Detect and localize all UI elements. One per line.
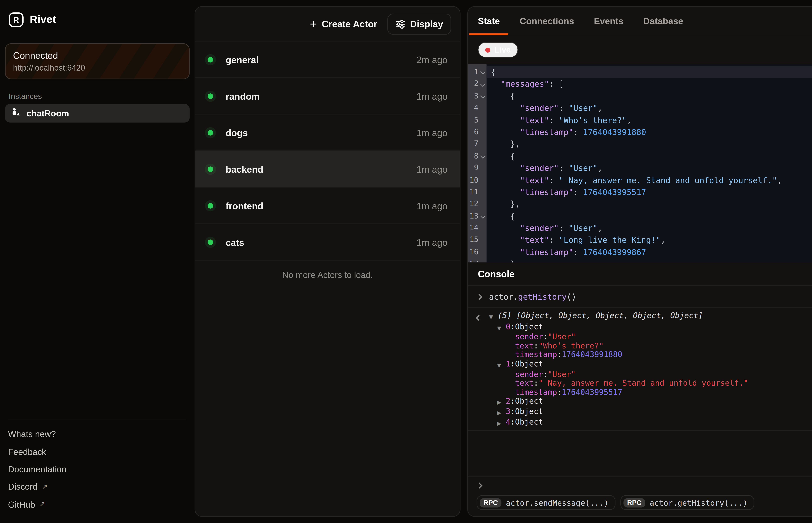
console-line: timestamp: 1764043991880 (477, 350, 812, 360)
tab-state[interactable]: State (468, 7, 509, 35)
actor-row[interactable]: frontend1m ago (195, 187, 460, 224)
rivet-inspector-app: R Rivet Connected http://localhost:6420 … (0, 0, 812, 523)
gutter-line-number: 3 (468, 90, 486, 102)
tab-database[interactable]: Database (633, 7, 693, 35)
console-line[interactable]: ▶2: Object (477, 397, 812, 407)
sidebar-link-feedback[interactable]: Feedback (8, 443, 186, 460)
console-line[interactable]: ▶4: Object (477, 418, 812, 428)
gutter-line-number: 14 (468, 222, 486, 234)
connection-status: Connected (13, 50, 182, 61)
gutter-line-number: 13 (468, 210, 486, 222)
online-dot-icon (208, 130, 213, 135)
fold-chevron-icon[interactable] (480, 214, 485, 219)
editor-line: 4 "sender": "User", (468, 102, 812, 114)
sidebar-link-whats-new-[interactable]: Whats new? (8, 425, 186, 443)
console-line: timestamp: 1764043995517 (477, 388, 812, 397)
tab-connections[interactable]: Connections (510, 7, 584, 35)
actor-last-active: 2m ago (416, 54, 447, 65)
editor-line: 7 }, (468, 138, 812, 150)
sidebar-footer-links: Whats new?FeedbackDocumentationDiscord↗G… (8, 425, 186, 513)
editor-line: 6 "timestamp": 1764043991880 (468, 126, 812, 138)
rpc-suggestion-button[interactable]: RPCactor.getHistory(...) (620, 495, 754, 510)
editor-line: 14 "sender": "User", (468, 222, 812, 234)
state-json-editor[interactable]: 1{2 "messages": [3 {4 "sender": "User",5… (468, 65, 812, 263)
tab-events[interactable]: Events (584, 7, 633, 35)
sidebar: R Rivet Connected http://localhost:6420 … (0, 0, 194, 523)
console-line: sender: "User" (477, 370, 812, 379)
display-button[interactable]: Display (387, 13, 451, 34)
sidebar-link-documentation[interactable]: Documentation (8, 461, 186, 478)
gutter-line-number: 4 (468, 102, 486, 114)
plus-icon: + (310, 18, 317, 30)
actors-icon (11, 107, 21, 120)
console-output: ▼(5) [Object, Object, Object, Object, Ob… (468, 308, 812, 431)
gutter-line-number: 15 (468, 234, 486, 246)
actor-name: dogs (226, 127, 248, 138)
display-label: Display (410, 18, 443, 29)
fold-chevron-icon[interactable] (480, 154, 485, 159)
gutter-line-number: 2 (468, 78, 486, 90)
sidebar-item-instance[interactable]: chatRoom (5, 104, 190, 123)
actor-last-active: 1m ago (416, 200, 447, 211)
console-command-row: actor.getHistory() (468, 286, 812, 308)
editor-line: 10 "text": " Nay, answer me. Stand and u… (468, 174, 812, 186)
instance-label: chatRoom (27, 108, 69, 118)
gutter-line-number: 8 (468, 150, 486, 162)
editor-line: 13 { (468, 210, 812, 222)
editor-line: 2 "messages": [ (468, 78, 812, 90)
gutter-line-number: 6 (468, 126, 486, 138)
collapse-triangle-icon[interactable]: ▼ (489, 311, 498, 322)
console-line[interactable]: ▼0: Object (477, 322, 812, 332)
console-line: text: "Who’s there?" (477, 341, 812, 350)
rpc-badge: RPC (480, 498, 501, 507)
expand-triangle-icon[interactable]: ▶ (497, 397, 506, 407)
console-header[interactable]: Console (468, 263, 812, 286)
online-dot-icon (208, 203, 213, 208)
collapse-triangle-icon[interactable]: ▼ (497, 322, 506, 332)
sliders-icon (395, 19, 405, 29)
console-line: text: " Nay, answer me. Stand and unfold… (477, 379, 812, 388)
actor-row[interactable]: random1m ago (195, 78, 460, 114)
gutter-line-number: 12 (468, 198, 486, 210)
live-toggle[interactable]: Live (478, 42, 518, 57)
rpc-method-signature: actor.sendMessage(...) (506, 498, 608, 507)
gutter-line-number: 1 (468, 66, 486, 78)
create-actor-button[interactable]: + Create Actor (310, 18, 377, 30)
expand-triangle-icon[interactable]: ▶ (497, 418, 506, 428)
fold-chevron-icon[interactable] (480, 93, 485, 99)
actor-row[interactable]: cats1m ago (195, 224, 460, 260)
inspector-tabs: StateConnectionsEventsDatabase (468, 7, 693, 35)
editor-line: 9 "sender": "User", (468, 162, 812, 174)
actor-row[interactable]: backend1m ago (195, 151, 460, 187)
rivet-logo: R Rivet (8, 12, 56, 27)
sidebar-link-github[interactable]: GitHub↗ (8, 495, 186, 513)
live-label: Live (495, 45, 511, 54)
console-line[interactable]: ▶3: Object (477, 407, 812, 417)
console-command: actor.getHistory() (489, 292, 576, 301)
rpc-suggestion-button[interactable]: RPCactor.sendMessage(...) (477, 495, 615, 510)
gutter-line-number: 5 (468, 114, 486, 126)
fold-chevron-icon[interactable] (480, 82, 485, 87)
console-line: sender: "User" (477, 332, 812, 342)
state-toolbar: Live (468, 35, 812, 64)
actor-last-active: 1m ago (416, 127, 447, 138)
connection-status-card: Connected http://localhost:6420 (5, 43, 190, 79)
instances-list: chatRoom (5, 104, 190, 123)
console-input[interactable] (468, 476, 812, 493)
editor-line: 3 { (468, 90, 812, 102)
editor-line: 15 "text": "Long live the King!", (468, 234, 812, 246)
rpc-badge: RPC (623, 498, 645, 507)
console-line[interactable]: ▼(5) [Object, Object, Object, Object, Ob… (477, 311, 812, 322)
console-line[interactable]: ▼1: Object (477, 360, 812, 370)
expand-triangle-icon[interactable]: ▶ (497, 407, 506, 417)
inspector-panel: StateConnectionsEventsDatabase Running L… (467, 6, 812, 517)
rpc-method-signature: actor.getHistory(...) (650, 498, 747, 507)
sidebar-link-discord[interactable]: Discord↗ (8, 478, 186, 495)
rpc-suggestions: RPCactor.sendMessage(...)RPCactor.getHis… (468, 493, 812, 516)
actor-list-header: + Create Actor Display (195, 7, 460, 41)
fold-chevron-icon[interactable] (480, 69, 485, 75)
collapse-triangle-icon[interactable]: ▼ (497, 360, 506, 370)
actor-row[interactable]: general2m ago (195, 41, 460, 78)
actor-row[interactable]: dogs1m ago (195, 114, 460, 151)
editor-line: 11 "timestamp": 1764043995517 (468, 186, 812, 198)
